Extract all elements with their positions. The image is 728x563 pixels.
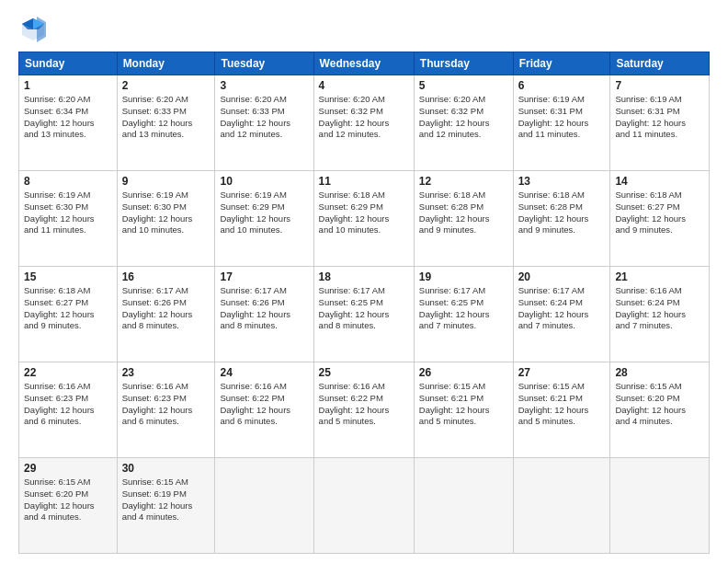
calendar-cell: 24Sunrise: 6:16 AM Sunset: 6:22 PM Dayli… [215, 362, 313, 458]
day-number: 14 [615, 175, 704, 188]
day-info: Sunrise: 6:20 AM Sunset: 6:34 PM Dayligh… [24, 94, 112, 141]
day-info: Sunrise: 6:16 AM Sunset: 6:24 PM Dayligh… [615, 285, 704, 332]
weekday-header: Saturday [610, 52, 710, 75]
calendar-week-row: 29Sunrise: 6:15 AM Sunset: 6:20 PM Dayli… [19, 458, 710, 554]
calendar-cell: 19Sunrise: 6:17 AM Sunset: 6:25 PM Dayli… [414, 267, 513, 362]
day-number: 9 [122, 175, 210, 188]
calendar-cell [414, 458, 513, 554]
calendar-cell: 29Sunrise: 6:15 AM Sunset: 6:20 PM Dayli… [19, 458, 118, 554]
day-info: Sunrise: 6:17 AM Sunset: 6:25 PM Dayligh… [319, 285, 409, 332]
calendar-cell: 23Sunrise: 6:16 AM Sunset: 6:23 PM Dayli… [117, 362, 215, 458]
day-info: Sunrise: 6:17 AM Sunset: 6:26 PM Dayligh… [122, 285, 210, 332]
calendar-cell: 8Sunrise: 6:19 AM Sunset: 6:30 PM Daylig… [19, 171, 118, 267]
day-info: Sunrise: 6:15 AM Sunset: 6:20 PM Dayligh… [615, 381, 704, 428]
day-info: Sunrise: 6:16 AM Sunset: 6:23 PM Dayligh… [122, 381, 210, 428]
header [18, 15, 710, 44]
calendar-cell: 21Sunrise: 6:16 AM Sunset: 6:24 PM Dayli… [610, 267, 710, 362]
day-info: Sunrise: 6:18 AM Sunset: 6:27 PM Dayligh… [24, 285, 112, 332]
day-number: 2 [122, 79, 210, 92]
calendar-cell [215, 458, 313, 554]
calendar-cell: 1Sunrise: 6:20 AM Sunset: 6:34 PM Daylig… [19, 75, 118, 171]
day-number: 26 [419, 366, 508, 379]
calendar-cell: 9Sunrise: 6:19 AM Sunset: 6:30 PM Daylig… [117, 171, 215, 267]
calendar-week-row: 1Sunrise: 6:20 AM Sunset: 6:34 PM Daylig… [19, 75, 710, 171]
calendar-cell: 27Sunrise: 6:15 AM Sunset: 6:21 PM Dayli… [513, 362, 610, 458]
day-number: 17 [220, 270, 308, 283]
logo [18, 15, 51, 44]
calendar-cell [513, 458, 610, 554]
day-number: 25 [319, 366, 409, 379]
day-number: 16 [122, 270, 210, 283]
day-info: Sunrise: 6:17 AM Sunset: 6:24 PM Dayligh… [518, 285, 606, 332]
day-info: Sunrise: 6:15 AM Sunset: 6:21 PM Dayligh… [419, 381, 508, 428]
day-info: Sunrise: 6:18 AM Sunset: 6:28 PM Dayligh… [419, 190, 508, 236]
day-info: Sunrise: 6:17 AM Sunset: 6:26 PM Dayligh… [220, 285, 308, 332]
day-info: Sunrise: 6:19 AM Sunset: 6:31 PM Dayligh… [518, 94, 606, 141]
day-number: 6 [518, 79, 606, 92]
logo-icon [18, 15, 48, 44]
weekday-header: Sunday [19, 52, 118, 75]
day-info: Sunrise: 6:20 AM Sunset: 6:32 PM Dayligh… [319, 94, 409, 141]
calendar-cell: 3Sunrise: 6:20 AM Sunset: 6:33 PM Daylig… [215, 75, 313, 171]
day-info: Sunrise: 6:16 AM Sunset: 6:22 PM Dayligh… [319, 381, 409, 428]
day-info: Sunrise: 6:20 AM Sunset: 6:33 PM Dayligh… [122, 94, 210, 141]
day-info: Sunrise: 6:18 AM Sunset: 6:29 PM Dayligh… [319, 190, 409, 236]
calendar-cell: 5Sunrise: 6:20 AM Sunset: 6:32 PM Daylig… [414, 75, 513, 171]
calendar-cell: 14Sunrise: 6:18 AM Sunset: 6:27 PM Dayli… [610, 171, 710, 267]
calendar-cell: 17Sunrise: 6:17 AM Sunset: 6:26 PM Dayli… [215, 267, 313, 362]
day-info: Sunrise: 6:19 AM Sunset: 6:31 PM Dayligh… [615, 94, 704, 141]
calendar-cell: 13Sunrise: 6:18 AM Sunset: 6:28 PM Dayli… [513, 171, 610, 267]
calendar-cell [313, 458, 414, 554]
day-info: Sunrise: 6:15 AM Sunset: 6:20 PM Dayligh… [24, 477, 112, 523]
page: SundayMondayTuesdayWednesdayThursdayFrid… [0, 0, 728, 563]
day-info: Sunrise: 6:16 AM Sunset: 6:22 PM Dayligh… [220, 381, 308, 428]
calendar-cell: 28Sunrise: 6:15 AM Sunset: 6:20 PM Dayli… [610, 362, 710, 458]
day-number: 12 [419, 175, 508, 188]
calendar-cell: 15Sunrise: 6:18 AM Sunset: 6:27 PM Dayli… [19, 267, 118, 362]
day-info: Sunrise: 6:18 AM Sunset: 6:27 PM Dayligh… [615, 190, 704, 236]
calendar-cell [610, 458, 710, 554]
calendar-cell: 26Sunrise: 6:15 AM Sunset: 6:21 PM Dayli… [414, 362, 513, 458]
day-number: 7 [615, 79, 704, 92]
calendar-week-row: 15Sunrise: 6:18 AM Sunset: 6:27 PM Dayli… [19, 267, 710, 362]
day-number: 24 [220, 366, 308, 379]
weekday-header: Monday [117, 52, 215, 75]
day-info: Sunrise: 6:15 AM Sunset: 6:19 PM Dayligh… [122, 477, 210, 523]
day-info: Sunrise: 6:17 AM Sunset: 6:25 PM Dayligh… [419, 285, 508, 332]
weekday-header: Thursday [414, 52, 513, 75]
weekday-header-row: SundayMondayTuesdayWednesdayThursdayFrid… [19, 52, 710, 75]
day-number: 21 [615, 270, 704, 283]
calendar-cell: 16Sunrise: 6:17 AM Sunset: 6:26 PM Dayli… [117, 267, 215, 362]
day-number: 11 [319, 175, 409, 188]
weekday-header: Tuesday [215, 52, 313, 75]
calendar-cell: 22Sunrise: 6:16 AM Sunset: 6:23 PM Dayli… [19, 362, 118, 458]
day-number: 30 [122, 462, 210, 475]
day-number: 10 [220, 175, 308, 188]
day-info: Sunrise: 6:20 AM Sunset: 6:32 PM Dayligh… [419, 94, 508, 141]
day-number: 19 [419, 270, 508, 283]
calendar-cell: 30Sunrise: 6:15 AM Sunset: 6:19 PM Dayli… [117, 458, 215, 554]
calendar-cell: 18Sunrise: 6:17 AM Sunset: 6:25 PM Dayli… [313, 267, 414, 362]
day-number: 20 [518, 270, 606, 283]
day-number: 29 [24, 462, 112, 475]
weekday-header: Wednesday [313, 52, 414, 75]
calendar-cell: 7Sunrise: 6:19 AM Sunset: 6:31 PM Daylig… [610, 75, 710, 171]
day-number: 28 [615, 366, 704, 379]
day-info: Sunrise: 6:19 AM Sunset: 6:29 PM Dayligh… [220, 190, 308, 236]
day-info: Sunrise: 6:19 AM Sunset: 6:30 PM Dayligh… [24, 190, 112, 236]
day-number: 4 [319, 79, 409, 92]
day-info: Sunrise: 6:20 AM Sunset: 6:33 PM Dayligh… [220, 94, 308, 141]
calendar-cell: 6Sunrise: 6:19 AM Sunset: 6:31 PM Daylig… [513, 75, 610, 171]
day-number: 1 [24, 79, 112, 92]
day-info: Sunrise: 6:15 AM Sunset: 6:21 PM Dayligh… [518, 381, 606, 428]
day-number: 3 [220, 79, 308, 92]
calendar-cell: 2Sunrise: 6:20 AM Sunset: 6:33 PM Daylig… [117, 75, 215, 171]
calendar-week-row: 8Sunrise: 6:19 AM Sunset: 6:30 PM Daylig… [19, 171, 710, 267]
day-info: Sunrise: 6:19 AM Sunset: 6:30 PM Dayligh… [122, 190, 210, 236]
calendar-week-row: 22Sunrise: 6:16 AM Sunset: 6:23 PM Dayli… [19, 362, 710, 458]
calendar-table: SundayMondayTuesdayWednesdayThursdayFrid… [18, 52, 710, 554]
calendar-cell: 4Sunrise: 6:20 AM Sunset: 6:32 PM Daylig… [313, 75, 414, 171]
calendar-cell: 11Sunrise: 6:18 AM Sunset: 6:29 PM Dayli… [313, 171, 414, 267]
day-info: Sunrise: 6:18 AM Sunset: 6:28 PM Dayligh… [518, 190, 606, 236]
day-number: 27 [518, 366, 606, 379]
